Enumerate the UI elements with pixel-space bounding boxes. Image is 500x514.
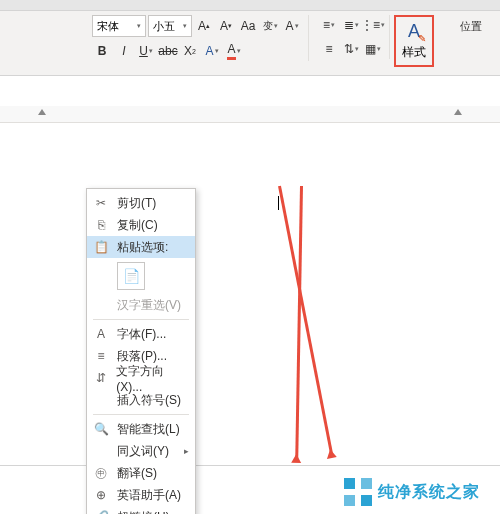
menu-label: 插入符号(S): [117, 392, 181, 409]
watermark-logo-icon: [344, 478, 372, 506]
text-effects-button[interactable]: A: [202, 41, 222, 61]
menu-label: 复制(C): [117, 217, 158, 234]
clipboard-icon: 📋: [93, 240, 109, 254]
font-icon: A: [93, 327, 109, 341]
menu-label: 智能查找(L): [117, 421, 180, 438]
styles-icon: A: [408, 21, 420, 42]
paragraph-group: ≡ ≣ ⋮≡ ≡ ⇅ ▦: [313, 15, 390, 59]
grow-font-button[interactable]: A▴: [194, 16, 214, 36]
menu-synonyms[interactable]: 同义词(Y): [87, 440, 195, 462]
menu-label: 字体(F)...: [117, 326, 166, 343]
link-icon: 🔗: [93, 510, 109, 514]
document-area[interactable]: ✂剪切(T) ⎘复制(C) 📋粘贴选项: 📄 汉字重选(V) A字体(F)...…: [0, 106, 500, 506]
menu-label: 粘贴选项:: [117, 239, 168, 256]
menu-hyperlink[interactable]: 🔗超链接(H)...: [87, 506, 195, 514]
styles-label: 样式: [402, 44, 426, 61]
shrink-font-button[interactable]: A▾: [216, 16, 236, 36]
menu-cut[interactable]: ✂剪切(T): [87, 192, 195, 214]
separator: [93, 414, 189, 415]
ruler[interactable]: [0, 106, 500, 123]
shading-button[interactable]: ▦: [363, 39, 383, 59]
menu-label: 汉字重选(V): [117, 297, 181, 314]
font-name-value: 宋体: [97, 19, 119, 34]
annotation-arrow: [295, 186, 303, 461]
menu-label: 英语助手(A): [117, 487, 181, 504]
watermark-text: 纯净系统之家: [378, 482, 480, 503]
phonetic-guide-button[interactable]: 变: [260, 16, 280, 36]
text-cursor: [278, 196, 279, 210]
watermark: 纯净系统之家: [344, 478, 480, 506]
bold-button[interactable]: B: [92, 41, 112, 61]
translate-icon: ㊥: [93, 465, 109, 482]
copy-icon: ⎘: [93, 218, 109, 232]
position-group: 位置: [448, 15, 494, 38]
menu-translate[interactable]: ㊥翻译(S): [87, 462, 195, 484]
menu-label: 剪切(T): [117, 195, 156, 212]
context-menu: ✂剪切(T) ⎘复制(C) 📋粘贴选项: 📄 汉字重选(V) A字体(F)...…: [86, 188, 196, 514]
bullets-button[interactable]: ≡: [319, 15, 339, 35]
line-spacing-button[interactable]: ⇅: [341, 39, 361, 59]
scissors-icon: ✂: [93, 196, 109, 210]
font-name-select[interactable]: 宋体▾: [92, 15, 146, 37]
menu-font[interactable]: A字体(F)...: [87, 323, 195, 345]
search-icon: 🔍: [93, 422, 109, 436]
clear-format-button[interactable]: A: [282, 16, 302, 36]
menu-smart-lookup[interactable]: 🔍智能查找(L): [87, 418, 195, 440]
annotation-arrow: [278, 186, 333, 457]
assistant-icon: ⊕: [93, 488, 109, 502]
menu-paste-options[interactable]: 📋粘贴选项:: [87, 236, 195, 258]
paragraph-icon: ≡: [93, 349, 109, 363]
strikethrough-button[interactable]: abc: [158, 41, 178, 61]
paste-keep-formatting-button[interactable]: 📄: [117, 262, 145, 290]
ribbon-tabs: [0, 0, 500, 11]
position-label: 位置: [460, 19, 482, 34]
font-size-value: 小五: [153, 19, 175, 34]
italic-button[interactable]: I: [114, 41, 134, 61]
styles-button[interactable]: A 样式: [394, 15, 434, 67]
subscript-button[interactable]: X2: [180, 41, 200, 61]
paste-options-row: 📄: [87, 258, 195, 294]
font-group: 宋体▾ 小五▾ A▴ A▾ Aa 变 A B I U abc X2 A A: [86, 15, 309, 61]
menu-label: 超链接(H)...: [117, 509, 180, 515]
ribbon-toolbar: 宋体▾ 小五▾ A▴ A▾ Aa 变 A B I U abc X2 A A ≡ …: [0, 11, 500, 76]
align-button[interactable]: ≡: [319, 39, 339, 59]
menu-text-direction[interactable]: ⇵文字方向(X)...: [87, 367, 195, 389]
multilevel-button[interactable]: ⋮≡: [363, 15, 383, 35]
menu-copy[interactable]: ⎘复制(C): [87, 214, 195, 236]
menu-english-assistant[interactable]: ⊕英语助手(A): [87, 484, 195, 506]
footer-divider: [0, 465, 500, 466]
menu-han-reselect: 汉字重选(V): [87, 294, 195, 316]
menu-label: 翻译(S): [117, 465, 157, 482]
underline-button[interactable]: U: [136, 41, 156, 61]
separator: [93, 319, 189, 320]
font-size-select[interactable]: 小五▾: [148, 15, 192, 37]
numbering-button[interactable]: ≣: [341, 15, 361, 35]
change-case-button[interactable]: Aa: [238, 16, 258, 36]
highlight-button[interactable]: A: [224, 41, 244, 61]
menu-label: 同义词(Y): [117, 443, 169, 460]
menu-insert-symbol[interactable]: 插入符号(S): [87, 389, 195, 411]
text-direction-icon: ⇵: [93, 371, 108, 385]
